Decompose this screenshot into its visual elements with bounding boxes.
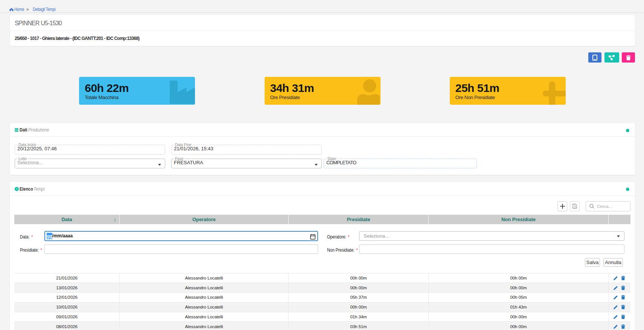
svg-text:xlsx: xlsx bbox=[572, 205, 577, 208]
